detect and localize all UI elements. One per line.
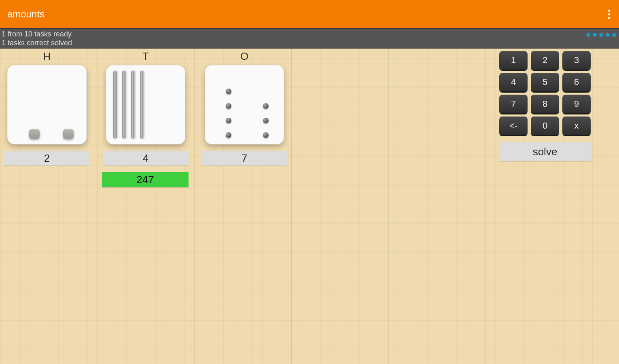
app-header: amounts [0, 0, 619, 28]
star-icon: ★ [591, 30, 598, 39]
keypad: 1 2 3 4 5 6 7 8 9 <- 0 x solve [499, 51, 591, 161]
one-dot-icon [263, 132, 269, 138]
key-5[interactable]: 5 [531, 73, 559, 91]
status-bar: 1 from 10 tasks ready 1 tasks correct so… [0, 28, 619, 49]
ten-rod-icon [122, 71, 125, 139]
key-7[interactable]: 7 [499, 95, 528, 113]
star-icon: ★ [585, 30, 591, 39]
ones-column: O 7 [201, 50, 287, 165]
key-clear[interactable]: x [562, 116, 591, 135]
answer-display[interactable]: 247 [102, 172, 189, 187]
work-area: H 2 T 4 O [0, 49, 619, 364]
key-2[interactable]: 2 [531, 51, 559, 70]
one-dot-icon [263, 118, 269, 123]
hundred-block-icon [29, 129, 40, 139]
ten-rod-icon [140, 71, 143, 139]
key-3[interactable]: 3 [562, 51, 591, 70]
one-dot-icon [226, 89, 231, 94]
tens-label: T [142, 50, 149, 63]
one-dot-icon [226, 118, 231, 123]
star-rating: ★ ★ ★ ★ ★ [585, 30, 617, 39]
hundreds-column: H 2 [4, 50, 90, 165]
hundreds-value: 2 [4, 151, 90, 165]
one-dot-icon [263, 103, 269, 109]
place-value-columns: H 2 T 4 O [4, 50, 287, 165]
key-1[interactable]: 1 [499, 51, 528, 70]
status-text: 1 from 10 tasks ready 1 tasks correct so… [2, 30, 72, 47]
app-title: amounts [7, 8, 45, 20]
key-0[interactable]: 0 [531, 116, 559, 135]
key-4[interactable]: 4 [499, 73, 528, 91]
one-dot-icon [226, 103, 231, 109]
status-line-1: 1 from 10 tasks ready [2, 30, 72, 38]
overflow-menu-icon[interactable] [606, 7, 612, 21]
one-dot-icon [226, 132, 231, 138]
ones-card[interactable] [205, 65, 284, 144]
star-icon: ★ [598, 30, 604, 39]
ten-rod-icon [113, 71, 117, 139]
star-icon: ★ [604, 30, 611, 39]
status-line-2: 1 tasks correct solved [2, 38, 72, 47]
key-backspace[interactable]: <- [499, 116, 528, 135]
key-6[interactable]: 6 [562, 73, 591, 91]
solve-button[interactable]: solve [499, 142, 591, 161]
tens-card[interactable] [106, 65, 185, 144]
ten-rod-icon [131, 71, 134, 139]
ones-label: O [240, 50, 248, 63]
key-8[interactable]: 8 [531, 95, 559, 113]
ones-value: 7 [201, 151, 287, 165]
key-9[interactable]: 9 [562, 95, 591, 113]
tens-column: T 4 [103, 50, 189, 165]
star-icon: ★ [611, 30, 617, 39]
hundred-block-icon [63, 129, 74, 139]
tens-value: 4 [103, 151, 189, 165]
hundreds-label: H [43, 50, 51, 63]
hundreds-card[interactable] [7, 65, 87, 144]
